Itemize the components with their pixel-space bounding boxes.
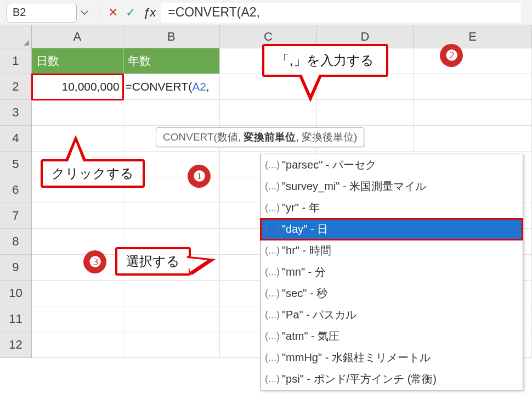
name-box-container: B2	[0, 3, 95, 23]
callout-comma-text: 「,」を入力する	[262, 44, 388, 77]
const-icon: (...)	[265, 181, 280, 192]
cell-b2[interactable]: =CONVERT(A2,	[123, 74, 220, 100]
badge-2: ❷	[440, 44, 463, 67]
dropdown-item[interactable]: (...)"survey_mi" - 米国測量マイル	[261, 176, 523, 197]
cell-d2[interactable]	[317, 74, 414, 100]
callout-comma: 「,」を入力する	[262, 44, 388, 77]
enter-icon[interactable]: ✓	[126, 5, 135, 20]
const-icon: (...)	[265, 245, 280, 256]
formula-ref: A2	[192, 80, 206, 93]
cell-a11[interactable]	[32, 306, 123, 332]
formula-bar: B2 ✕ ✓ ƒx	[0, 0, 532, 25]
cell-e1[interactable]	[414, 48, 532, 74]
dropdown-item[interactable]: (...)"parsec" - パーセク	[261, 154, 523, 176]
column-header-b[interactable]: B	[123, 25, 220, 48]
cell-a7[interactable]	[32, 203, 123, 229]
cell-a12[interactable]	[32, 332, 123, 358]
chevron-down-icon[interactable]	[78, 3, 91, 23]
tooltip-arg3: 変換後単位	[302, 131, 354, 143]
row-header-1[interactable]: 1	[0, 48, 32, 74]
const-icon: (...)	[265, 159, 280, 171]
dropdown-item[interactable]: (...)"psi" - ポンド/平方インチ (常衡)	[261, 368, 523, 390]
dropdown-item-label: "psi" - ポンド/平方インチ (常衡)	[282, 372, 437, 387]
const-icon: (...)	[265, 352, 280, 363]
cell-d3[interactable]	[317, 100, 414, 126]
const-icon: (...)	[265, 288, 280, 299]
fx-icon[interactable]: ƒx	[143, 5, 156, 20]
row-header-12[interactable]: 12	[0, 332, 32, 358]
cell-b2-content: =CONVERT(A2,	[126, 80, 210, 93]
dropdown-item-label: "day" - 日	[282, 222, 328, 237]
column-header-a[interactable]: A	[32, 25, 123, 48]
dropdown-item-label: "mmHg" - 水銀柱ミリメートル	[282, 350, 431, 365]
cell-a3[interactable]	[32, 100, 123, 126]
tooltip-close: )	[354, 131, 357, 143]
row-header-8[interactable]: 8	[0, 229, 32, 255]
dropdown-item-label: "mn" - 分	[282, 265, 326, 279]
cell-b3[interactable]	[123, 100, 220, 126]
badge-3: ❸	[83, 250, 106, 273]
row-header-2[interactable]: 2	[0, 74, 32, 100]
cell-b12[interactable]	[123, 332, 220, 358]
dropdown-item[interactable]: (...)"yr" - 年	[261, 197, 523, 219]
cell-b1[interactable]: 年数	[123, 48, 220, 74]
badge-1: ❶	[188, 165, 211, 188]
cell-b10[interactable]	[123, 281, 220, 306]
column-header-e[interactable]: E	[414, 25, 532, 48]
dropdown-item-label: "atm" - 気圧	[282, 329, 339, 344]
function-tooltip: CONVERT(数値, 変換前単位, 変換後単位)	[156, 127, 364, 147]
dropdown-item-label: "yr" - 年	[282, 200, 320, 215]
const-icon: (...)	[265, 223, 280, 235]
const-icon: (...)	[265, 331, 280, 342]
row-2: 2 10,000,000 =CONVERT(A2,	[0, 74, 532, 100]
cell-a9[interactable]	[32, 255, 123, 281]
divider	[99, 4, 99, 21]
cell-c3[interactable]	[220, 100, 317, 126]
select-all-corner[interactable]	[0, 25, 32, 48]
dropdown-item-label: "sec" - 秒	[282, 286, 327, 301]
cell-a2[interactable]: 10,000,000	[32, 74, 123, 100]
dropdown-item[interactable]: (...)"Pa" - パスカル	[261, 304, 523, 326]
formula-controls: ✕ ✓ ƒx	[103, 5, 161, 20]
dropdown-item[interactable]: (...)"mn" - 分	[261, 261, 523, 283]
cell-e2[interactable]	[414, 74, 532, 100]
row-header-11[interactable]: 11	[0, 306, 32, 332]
callout-click: クリックする	[41, 159, 145, 188]
tooltip-fn: CONVERT(	[163, 131, 217, 143]
tooltip-arg-bold: 変換前単位	[244, 131, 296, 143]
dropdown-item-label: "hr" - 時間	[282, 243, 331, 258]
const-icon: (...)	[265, 202, 280, 214]
row-header-4[interactable]: 4	[0, 126, 32, 152]
formula-input[interactable]	[161, 3, 521, 23]
dropdown-item-label: "Pa" - パスカル	[282, 307, 356, 322]
cell-b7[interactable]	[123, 203, 220, 229]
row-header-3[interactable]: 3	[0, 100, 32, 126]
formula-prefix: =CONVERT(	[126, 80, 193, 93]
dropdown-item[interactable]: (...)"day" - 日	[261, 219, 523, 240]
cell-b11[interactable]	[123, 306, 220, 332]
name-box[interactable]: B2	[7, 3, 77, 23]
row-header-9[interactable]: 9	[0, 255, 32, 281]
callout-click-text: クリックする	[41, 159, 145, 188]
dropdown-item-label: "survey_mi" - 米国測量マイル	[282, 179, 426, 194]
const-icon: (...)	[265, 266, 280, 278]
dropdown-item-label: "parsec" - パーセク	[282, 158, 376, 172]
dropdown-item[interactable]: (...)"hr" - 時間	[261, 240, 523, 261]
row-header-5[interactable]: 5	[0, 152, 32, 177]
row-header-10[interactable]: 10	[0, 281, 32, 306]
unit-dropdown[interactable]: (...)"parsec" - パーセク(...)"survey_mi" - 米…	[260, 154, 523, 390]
row-header-6[interactable]: 6	[0, 177, 32, 203]
tooltip-arg1: 数値	[217, 131, 238, 143]
formula-suffix: ,	[206, 80, 210, 93]
dropdown-item[interactable]: (...)"mmHg" - 水銀柱ミリメートル	[261, 347, 523, 368]
cell-a10[interactable]	[32, 281, 123, 306]
cell-a1[interactable]: 日数	[32, 48, 123, 74]
cell-a8[interactable]	[32, 229, 123, 255]
dropdown-item[interactable]: (...)"atm" - 気圧	[261, 326, 523, 347]
dropdown-item[interactable]: (...)"sec" - 秒	[261, 283, 523, 304]
callout-select: 選択する	[115, 247, 191, 276]
row-header-7[interactable]: 7	[0, 203, 32, 229]
cancel-icon[interactable]: ✕	[108, 5, 118, 20]
cell-e3[interactable]	[414, 100, 532, 126]
cell-e4[interactable]	[414, 126, 532, 152]
